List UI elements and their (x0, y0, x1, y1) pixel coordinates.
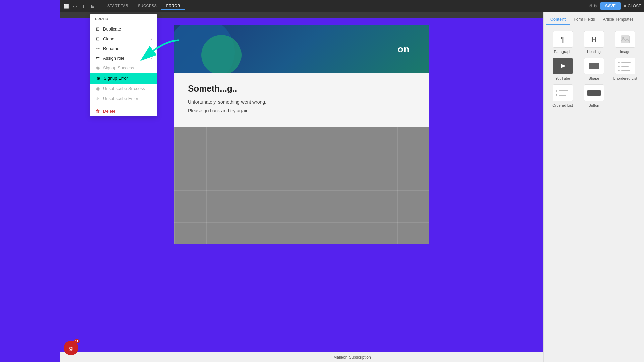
block-unordered-list[interactable]: ● ● ● Unordered List (611, 58, 639, 80)
menu-item-unsub-success[interactable]: ◉ Unsubscribe Success (90, 84, 157, 94)
unsub-success-label: Unsubscribe Success (103, 86, 145, 91)
mobile-icon[interactable]: ▯ (80, 3, 87, 9)
unsub-success-icon: ◉ (95, 86, 100, 91)
page-body-text-1: Unfortunately, something went wrong. (188, 99, 416, 105)
menu-item-unsub-error[interactable]: ⚠ Unsubscribe Error (90, 94, 157, 103)
clone-arrow: › (151, 36, 152, 41)
user-avatar[interactable]: g 11 (64, 341, 78, 355)
close-button[interactable]: ✕ CLOSE (623, 4, 641, 8)
duplicate-label: Duplicate (103, 26, 121, 32)
signup-success-label: Signup Success (103, 65, 134, 70)
grid-icon[interactable]: ⊞ (89, 3, 96, 9)
unordered-list-label: Unordered List (613, 76, 637, 80)
canvas-grid-below (174, 127, 429, 244)
clone-icon: ⊡ (95, 36, 100, 41)
right-panel: Template ⊟ ⋮ Content Form Fields Article… (543, 0, 644, 362)
assign-role-arrow: › (151, 56, 152, 60)
unordered-list-block-icon: ● ● ● (615, 58, 635, 74)
context-menu-header: ERROR (90, 14, 157, 24)
unsub-error-label: Unsubscribe Error (103, 96, 138, 101)
signup-success-icon: ◉ (95, 65, 100, 70)
rename-icon: ✏ (95, 46, 100, 51)
youtube-block-icon (553, 58, 573, 74)
page-header-banner[interactable]: on (174, 25, 429, 73)
menu-item-rename[interactable]: ✏ Rename › (90, 44, 157, 53)
ordered-list-block-icon: 1 2 (553, 84, 573, 101)
header-text: on (398, 44, 409, 55)
button-block-icon (584, 84, 604, 101)
delete-label: Delete (103, 109, 116, 114)
block-paragraph[interactable]: ¶ Paragraph (549, 31, 576, 54)
undo-redo-group: ↺ ↻ (588, 3, 598, 9)
heading-label: Heading (587, 50, 601, 54)
page-title: Someth...g.. (188, 83, 416, 94)
page-container: on Someth...g.. Unfortunately, something… (174, 25, 429, 244)
menu-separator (90, 105, 157, 105)
toolbar-actions: ↺ ↻ SAVE ✕ CLOSE (588, 2, 641, 10)
signup-error-icon: ◉ (96, 76, 101, 81)
block-image[interactable]: Image (611, 31, 639, 54)
block-ordered-list[interactable]: 1 2 Ordered List (549, 84, 576, 107)
shape-block-icon (584, 58, 604, 74)
block-button[interactable]: Button (580, 84, 607, 107)
assign-role-icon: ⇄ (95, 56, 100, 61)
panel-content: ¶ Paragraph H Heading Image (544, 25, 644, 113)
page-tabs: START TAB SUCCESS ERROR + (103, 2, 588, 10)
redo-icon[interactable]: ↻ (594, 3, 598, 9)
tab-article-templates[interactable]: Article Templates (599, 14, 638, 25)
view-mode-icons: ⬜ ▭ ▯ ⊞ (63, 3, 96, 9)
menu-item-signup-success[interactable]: ◉ Signup Success (90, 63, 157, 73)
status-text: Maileon Subscription (333, 355, 371, 360)
page-content[interactable]: on Someth...g.. Unfortunately, something… (174, 25, 429, 127)
duplicate-icon: ⊞ (95, 26, 100, 32)
tablet-icon[interactable]: ▭ (72, 3, 78, 9)
button-label: Button (589, 103, 599, 107)
menu-item-signup-error[interactable]: ◉ Signup Error (90, 73, 157, 84)
tab-start[interactable]: START TAB (103, 2, 133, 10)
signup-error-label: Signup Error (104, 76, 128, 81)
main-toolbar: ⬜ ▭ ▯ ⊞ START TAB SUCCESS ERROR + ↺ ↻ SA… (60, 0, 644, 12)
clone-label: Clone (103, 36, 114, 41)
panel-tabs: Content Form Fields Article Templates (544, 14, 644, 25)
image-label: Image (620, 50, 630, 54)
block-youtube[interactable]: YouTube (549, 58, 576, 80)
image-block-icon (615, 31, 635, 48)
youtube-label: YouTube (555, 76, 570, 80)
page-body: Someth...g.. Unfortunately, something we… (174, 73, 429, 127)
heading-block-icon: H (584, 31, 604, 48)
rename-label: Rename (103, 46, 119, 51)
page-body-text-2: Please go back and try again. (188, 108, 416, 113)
block-heading[interactable]: H Heading (580, 31, 607, 54)
tab-error[interactable]: ERROR (161, 2, 185, 10)
undo-icon[interactable]: ↺ (588, 3, 592, 9)
context-menu: ERROR ⊞ Duplicate ⊡ Clone › ✏ Rename › ⇄… (90, 14, 157, 116)
header-shape-circle-2 (201, 35, 241, 73)
tab-content[interactable]: Content (546, 14, 570, 25)
assign-role-label: Assign role (103, 56, 124, 61)
ordered-list-label: Ordered List (552, 103, 573, 107)
paragraph-label: Paragraph (554, 50, 571, 54)
avatar-letter: g (69, 345, 73, 352)
tab-add[interactable]: + (185, 2, 197, 10)
menu-item-clone[interactable]: ⊡ Clone › (90, 34, 157, 44)
block-shape[interactable]: Shape (580, 58, 607, 80)
tab-form-fields[interactable]: Form Fields (570, 14, 599, 25)
menu-item-duplicate[interactable]: ⊞ Duplicate (90, 24, 157, 34)
desktop-icon[interactable]: ⬜ (63, 3, 70, 9)
save-button[interactable]: SAVE (600, 2, 621, 10)
delete-icon: 🗑 (95, 109, 100, 114)
blocks-grid: ¶ Paragraph H Heading Image (549, 31, 639, 107)
rename-arrow: › (151, 47, 152, 51)
shape-label: Shape (589, 76, 599, 80)
unsub-error-icon: ⚠ (95, 96, 100, 101)
menu-item-assign-role[interactable]: ⇄ Assign role › (90, 53, 157, 63)
paragraph-block-icon: ¶ (553, 31, 573, 48)
menu-item-delete[interactable]: 🗑 Delete (90, 106, 157, 116)
tab-success[interactable]: SUCCESS (133, 2, 162, 10)
svg-rect-1 (621, 36, 630, 43)
avatar-notification-badge: 11 (74, 339, 80, 343)
